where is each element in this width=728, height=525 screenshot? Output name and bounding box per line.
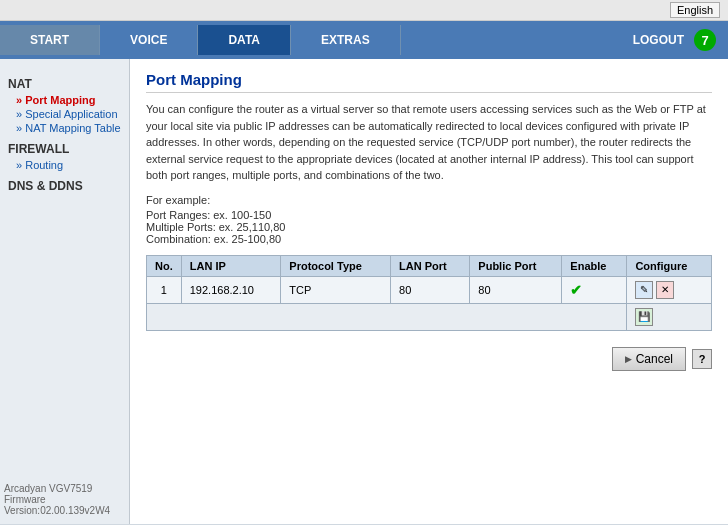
top-bar: English bbox=[0, 0, 728, 21]
enable-checkmark: ✔ bbox=[570, 282, 582, 298]
logout-label: LOGOUT bbox=[633, 33, 684, 47]
firmware-name: Arcadyan VGV7519 bbox=[4, 483, 129, 494]
help-button[interactable]: ? bbox=[692, 349, 712, 369]
cancel-button[interactable]: Cancel bbox=[612, 347, 686, 371]
firmware-version: Firmware Version:02.00.139v2W4 bbox=[4, 494, 129, 516]
logout-tab[interactable]: LOGOUT 7 bbox=[621, 21, 728, 59]
row-public-port: 80 bbox=[470, 276, 562, 303]
col-header-lan-port: LAN Port bbox=[391, 255, 470, 276]
sidebar-item-port-mapping[interactable]: Port Mapping bbox=[16, 94, 121, 106]
tab-data[interactable]: DATA bbox=[198, 25, 291, 55]
row-no: 1 bbox=[147, 276, 182, 303]
bottom-buttons: Cancel ? bbox=[146, 347, 712, 371]
nav-tabs: START VOICE DATA EXTRAS LOGOUT 7 bbox=[0, 21, 728, 59]
badge-7: 7 bbox=[694, 29, 716, 51]
col-header-public-port: Public Port bbox=[470, 255, 562, 276]
sidebar-item-nat-mapping-table[interactable]: NAT Mapping Table bbox=[16, 122, 121, 134]
add-button[interactable]: 💾 bbox=[635, 308, 653, 326]
row-lan-port: 80 bbox=[391, 276, 470, 303]
row-enable: ✔ bbox=[562, 276, 627, 303]
example-combination: Combination: ex. 25-100,80 bbox=[146, 233, 712, 245]
sidebar: NAT Port Mapping Special Application NAT… bbox=[0, 59, 130, 524]
tab-voice[interactable]: VOICE bbox=[100, 25, 198, 55]
row-lan-ip: 192.168.2.10 bbox=[181, 276, 281, 303]
content-area: Port Mapping You can configure the route… bbox=[130, 59, 728, 524]
table-add-row: 💾 bbox=[147, 303, 712, 330]
sidebar-item-routing[interactable]: Routing bbox=[16, 159, 121, 171]
delete-button[interactable]: ✕ bbox=[656, 281, 674, 299]
empty-cell bbox=[147, 303, 627, 330]
sidebar-item-special-application[interactable]: Special Application bbox=[16, 108, 121, 120]
table-row: 1 192.168.2.10 TCP 80 80 ✔ ✎ ✕ bbox=[147, 276, 712, 303]
add-cell[interactable]: 💾 bbox=[627, 303, 712, 330]
sidebar-footer: Arcadyan VGV7519 Firmware Version:02.00.… bbox=[4, 473, 129, 516]
main-layout: NAT Port Mapping Special Application NAT… bbox=[0, 59, 728, 524]
description-text: You can configure the router as a virtua… bbox=[146, 101, 712, 184]
example-title: For example: bbox=[146, 194, 712, 206]
tab-start[interactable]: START bbox=[0, 25, 100, 55]
add-config-icons: 💾 bbox=[635, 308, 703, 326]
col-header-lan-ip: LAN IP bbox=[181, 255, 281, 276]
example-multiple-ports: Multiple Ports: ex. 25,110,80 bbox=[146, 221, 712, 233]
row-protocol: TCP bbox=[281, 276, 391, 303]
col-header-enable: Enable bbox=[562, 255, 627, 276]
language-button[interactable]: English bbox=[670, 2, 720, 18]
example-port-ranges: Port Ranges: ex. 100-150 bbox=[146, 209, 712, 221]
edit-button[interactable]: ✎ bbox=[635, 281, 653, 299]
example-section: For example: Port Ranges: ex. 100-150 Mu… bbox=[146, 194, 712, 245]
tab-extras[interactable]: EXTRAS bbox=[291, 25, 401, 55]
col-header-configure: Configure bbox=[627, 255, 712, 276]
sidebar-section-firewall: FIREWALL bbox=[8, 142, 121, 156]
page-title: Port Mapping bbox=[146, 71, 712, 93]
sidebar-section-dns: DNS & DDNS bbox=[8, 179, 121, 193]
port-mapping-table: No. LAN IP Protocol Type LAN Port Public… bbox=[146, 255, 712, 331]
row-configure[interactable]: ✎ ✕ bbox=[627, 276, 712, 303]
col-header-no: No. bbox=[147, 255, 182, 276]
config-icons: ✎ ✕ bbox=[635, 281, 703, 299]
col-header-protocol: Protocol Type bbox=[281, 255, 391, 276]
sidebar-section-nat: NAT bbox=[8, 77, 121, 91]
